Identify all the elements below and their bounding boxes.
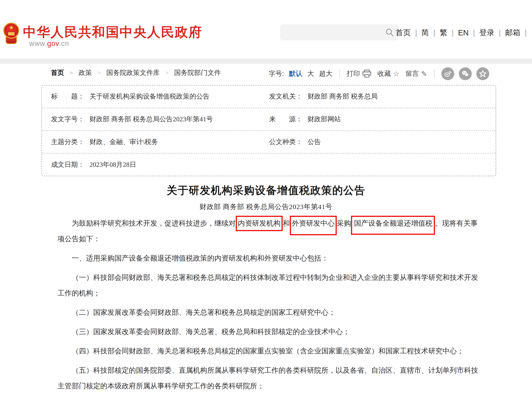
paragraph-item-4: （四）科技部会同财政部、海关总署和税务总局核定的国家重点实验室（含企业国家重点实… xyxy=(57,343,484,359)
comment-button[interactable]: 留言 ✎ xyxy=(405,69,427,78)
meta-issuer-value: 财政部 商务部 税务总局 xyxy=(308,92,378,101)
meta-row-category: 主题分类： 财政、金融、审计\税务 公文种类： 公告 xyxy=(42,130,496,153)
meta-title-cell: 标 题： 关于研发机构采购设备增值税政策的公告 xyxy=(51,92,209,101)
nav-login[interactable]: 登录 xyxy=(479,28,505,38)
meta-doctype-value: 公告 xyxy=(308,137,321,147)
meta-source-cell: 来 源： 财政部网站 xyxy=(269,115,341,124)
site-logo-link[interactable]: ★ 中华人民共和国中央人民政府 www.gov.cn xyxy=(3,22,206,52)
meta-category-value: 财政、金融、审计\税务 xyxy=(89,137,158,147)
meta-date-value: 2023年08月28日 xyxy=(89,160,136,169)
emblem-gate-shape xyxy=(8,32,14,35)
meta-issuer-label: 发文机关： xyxy=(269,92,303,101)
paragraph-item-5: （五）科技部核定的国务院部委、直属机构所属从事科学研究工作的各类科研院所，以及各… xyxy=(57,363,484,394)
share-wechat-button[interactable] xyxy=(459,67,472,80)
meta-source-label: 来 源： xyxy=(269,115,303,124)
site-url-suffix: .cn xyxy=(59,39,69,48)
meta-date-label: 成文日期： xyxy=(51,160,84,169)
star-icon: ☆ xyxy=(393,70,399,78)
nav-mail[interactable]: 邮箱 xyxy=(505,28,531,38)
search-icon[interactable] xyxy=(386,28,394,37)
intro-text-mid1: 和 xyxy=(283,219,290,227)
paragraph-item-2: （二）国家发展改革委会同财政部、海关总署和税务总局核定的国家工程研究中心； xyxy=(57,305,484,320)
emblem-disc: ★ xyxy=(3,23,19,39)
site-url-core: gov xyxy=(47,39,59,48)
printer-icon xyxy=(362,70,371,78)
header-divider-band xyxy=(0,59,532,64)
meta-row-docnumber: 发文字号： 财政部 商务部 税务总局公告2023年第41号 来 源： 财政部网站 xyxy=(42,108,496,130)
nav-home[interactable]: 首页 xyxy=(396,28,422,38)
nav-traditional[interactable]: 繁 xyxy=(440,28,458,38)
national-emblem-logo: ★ xyxy=(3,23,19,48)
document-subtitle: 财政部 商务部 税务总局公告2023年第41号 xyxy=(0,202,532,212)
font-size-default-button[interactable]: 默认 xyxy=(289,69,302,78)
favorite-label: 收藏 xyxy=(377,69,391,78)
emblem-star-icon: ★ xyxy=(4,25,19,30)
site-header: ★ 中华人民共和国中央人民政府 www.gov.cn 首页 简 繁 EN 登录 … xyxy=(0,0,532,59)
highlight-box-domestic-rd: 内资研发机构 xyxy=(236,216,283,231)
intro-text-mid2: 采购 xyxy=(337,219,351,227)
highlight-box-vat-refund: 国产设备全额退还增值税 xyxy=(351,216,435,235)
meta-date-cell: 成文日期： 2023年08月28日 xyxy=(51,160,136,169)
gov-cn-policy-page: ★ 中华人民共和国中央人民政府 www.gov.cn 首页 简 繁 EN 登录 … xyxy=(0,0,532,400)
toolbar-divider xyxy=(339,70,340,78)
meta-title-value: 关于研发机构采购设备增值税政策的公告 xyxy=(89,92,209,101)
article-toolbar: 字号: 默认 大 超大 打印 收藏 ☆ 留言 ✎ xyxy=(269,67,489,80)
font-size-xlarge-button[interactable]: 超大 xyxy=(319,69,332,78)
site-url-prefix: www. xyxy=(29,39,47,48)
font-size-label: 字号: xyxy=(269,69,284,78)
article-body: 为鼓励科学研究和技术开发，促进科技进步，继续对内资研发机构和外资研发中心采购国产… xyxy=(57,215,484,397)
site-title: 中华人民共和国中央人民政府 xyxy=(23,24,203,41)
meta-title-label: 标 题： xyxy=(51,92,84,101)
nav-english[interactable]: EN xyxy=(458,29,479,37)
search-input[interactable] xyxy=(285,24,384,40)
meta-category-cell: 主题分类： 财政、金融、审计\税务 xyxy=(51,137,158,147)
paragraph-item-1: （一）科技部会同财政部、海关总署和税务总局核定的科技体制改革过程中转制为企业和进… xyxy=(57,270,484,301)
font-size-large-button[interactable]: 大 xyxy=(307,69,314,78)
favorite-button[interactable]: 收藏 ☆ xyxy=(377,69,399,78)
highlight-box-foreign-rd: 外资研发中心 xyxy=(290,216,337,235)
breadcrumb-policy[interactable]: 政策 xyxy=(79,68,107,77)
document-title: 关于研发机构采购设备增值税政策的公告 xyxy=(0,183,532,197)
breadcrumb-home[interactable]: 首页 xyxy=(51,68,79,77)
top-nav: 首页 简 繁 EN 登录 邮箱 xyxy=(396,28,531,38)
breadcrumb-policy-library[interactable]: 国务院政策文件库 xyxy=(107,68,174,77)
meta-docnumber-value: 财政部 商务部 税务总局公告2023年第41号 xyxy=(89,115,213,124)
print-button[interactable]: 打印 xyxy=(347,69,371,78)
paragraph-section-1: 一、适用采购国产设备全额退还增值税政策的内资研发机构和外资研发中心包括： xyxy=(57,250,484,266)
pencil-icon: ✎ xyxy=(421,70,427,78)
wechat-icon xyxy=(461,70,469,78)
paragraph-item-3: （三）国家发展改革委会同财政部、海关总署、税务总局和科技部核定的企业技术中心； xyxy=(57,324,484,339)
share-qzone-button[interactable] xyxy=(476,67,489,80)
meta-doctype-label: 公文种类： xyxy=(269,137,303,147)
breadcrumb: 首页 政策 国务院政策文件库 国务院部门文件 xyxy=(51,68,221,77)
meta-row-title: 标 题： 关于研发机构采购设备增值税政策的公告 发文机关： 财政部 商务部 税务… xyxy=(42,86,496,108)
meta-doctype-cell: 公文种类： 公告 xyxy=(269,137,321,147)
weibo-icon xyxy=(444,70,452,78)
breadcrumb-department-docs: 国务院部门文件 xyxy=(174,68,221,77)
comment-label: 留言 xyxy=(405,69,419,78)
search-box xyxy=(280,24,399,40)
share-buttons xyxy=(441,67,489,80)
print-label: 打印 xyxy=(347,69,360,78)
meta-source-value: 财政部网站 xyxy=(308,115,341,124)
document-meta-box: 标 题： 关于研发机构采购设备增值税政策的公告 发文机关： 财政部 商务部 税务… xyxy=(41,85,496,176)
meta-docnumber-cell: 发文字号： 财政部 商务部 税务总局公告2023年第41号 xyxy=(51,115,213,124)
meta-issuer-cell: 发文机关： 财政部 商务部 税务总局 xyxy=(269,92,378,101)
toolbar-divider xyxy=(434,70,435,78)
intro-text-pre: 为鼓励科学研究和技术开发，促进科技进步，继续对 xyxy=(72,219,236,227)
meta-docnumber-label: 发文字号： xyxy=(51,115,84,124)
qzone-star-icon xyxy=(479,70,487,78)
site-url: www.gov.cn xyxy=(29,39,69,48)
meta-row-date: 成文日期： 2023年08月28日 xyxy=(42,153,496,176)
nav-simplified[interactable]: 简 xyxy=(421,28,440,38)
share-weibo-button[interactable] xyxy=(441,67,454,80)
meta-category-label: 主题分类： xyxy=(51,137,84,147)
paragraph-intro: 为鼓励科学研究和技术开发，促进科技进步，继续对内资研发机构和外资研发中心采购国产… xyxy=(57,215,484,247)
